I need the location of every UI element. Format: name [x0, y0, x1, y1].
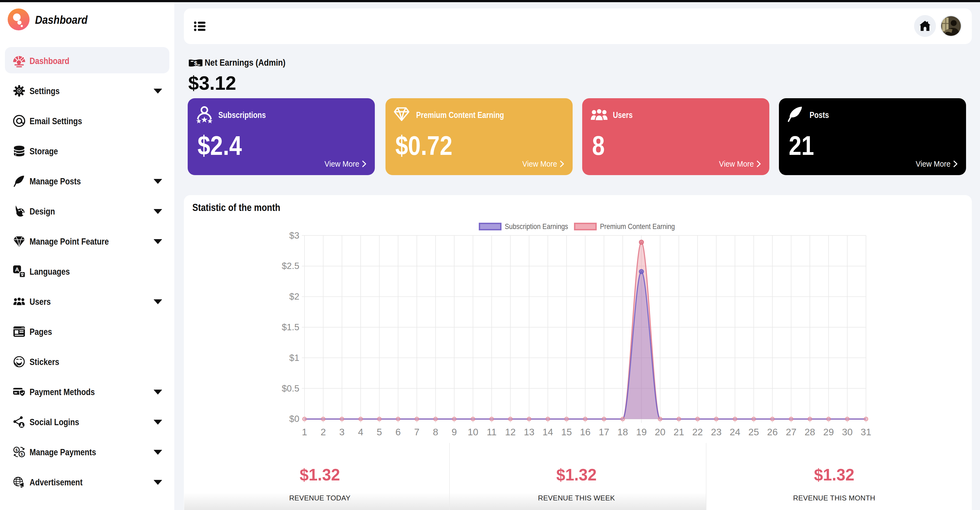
svg-text:12: 12 [505, 427, 516, 437]
svg-text:$1.5: $1.5 [282, 322, 299, 332]
svg-text:15: 15 [561, 427, 572, 437]
svg-text:5: 5 [377, 427, 382, 437]
svg-text:14: 14 [542, 427, 553, 437]
svg-text:18: 18 [617, 427, 628, 437]
svg-text:23: 23 [711, 427, 722, 437]
svg-text:25: 25 [748, 427, 759, 437]
svg-text:A: A [15, 266, 19, 273]
svg-text:$2.5: $2.5 [282, 261, 299, 271]
svg-text:10: 10 [468, 427, 478, 437]
svg-text:26: 26 [767, 427, 778, 437]
svg-text:3: 3 [339, 427, 344, 437]
svg-text:28: 28 [805, 427, 815, 437]
svg-text:$: $ [194, 60, 197, 66]
svg-text:27: 27 [786, 427, 796, 437]
svg-text:29: 29 [823, 427, 834, 437]
svg-text:16: 16 [580, 427, 591, 437]
svg-text:2: 2 [321, 427, 326, 437]
svg-text:7: 7 [414, 427, 419, 437]
svg-text:11: 11 [487, 427, 496, 437]
svg-text:21: 21 [674, 427, 684, 437]
svg-text:30: 30 [842, 427, 853, 437]
svg-text:20: 20 [655, 427, 665, 437]
svg-text:1: 1 [302, 427, 307, 437]
svg-text:$2: $2 [289, 292, 299, 301]
svg-text:24: 24 [730, 427, 740, 437]
svg-text:19: 19 [636, 427, 647, 437]
svg-text:22: 22 [692, 427, 703, 437]
svg-text:8: 8 [433, 427, 438, 437]
svg-text:31: 31 [861, 427, 871, 437]
svg-text:$0: $0 [289, 414, 299, 424]
svg-text:$0.5: $0.5 [282, 383, 299, 394]
svg-text:$: $ [21, 452, 23, 456]
svg-text:17: 17 [599, 427, 609, 437]
svg-text:$1: $1 [289, 353, 299, 363]
svg-text:$: $ [15, 448, 18, 452]
svg-text:$3: $3 [289, 230, 299, 241]
svg-text:4: 4 [358, 427, 363, 437]
svg-text:9: 9 [452, 427, 457, 437]
svg-text:6: 6 [395, 427, 401, 437]
svg-text:13: 13 [523, 427, 535, 437]
